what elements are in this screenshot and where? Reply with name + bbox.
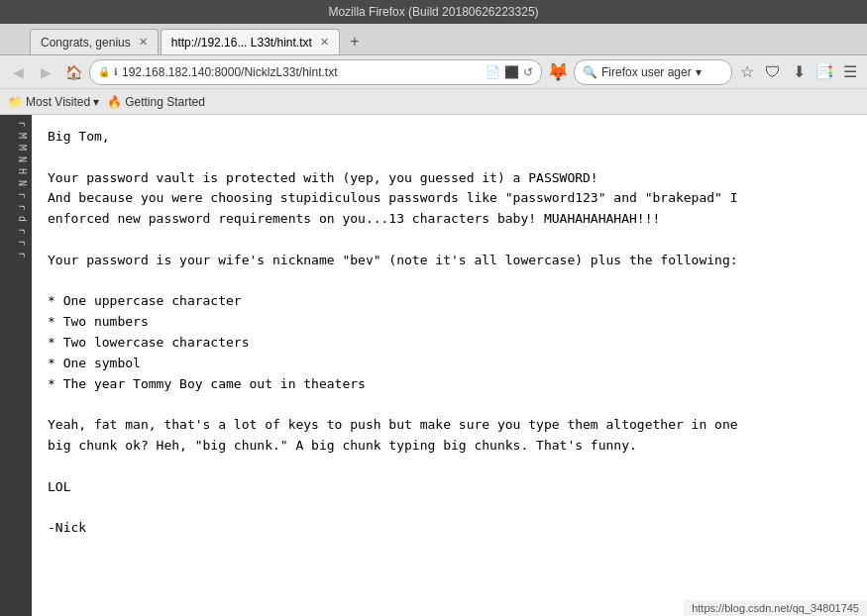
search-text: Firefox user ager xyxy=(601,65,692,79)
address-text: 192.168.182.140:8000/NicklzL33t/hint.txt xyxy=(122,65,482,79)
most-visited-dropdown[interactable]: ▾ xyxy=(93,95,99,109)
most-visited-label: Most Visited xyxy=(26,95,90,109)
tab-0[interactable]: Congrats, genius ✕ xyxy=(30,29,159,54)
tab-0-close[interactable]: ✕ xyxy=(139,36,148,49)
sidebar-item-3: N xyxy=(2,154,30,164)
bookmarks-bar: 📁 Most Visited ▾ 🔥 Getting Started xyxy=(0,89,867,115)
tab-1-label: http://192.16... L33t/hint.txt xyxy=(171,36,312,50)
most-visited-icon: 📁 xyxy=(8,95,23,109)
tab-1-close[interactable]: ✕ xyxy=(320,36,329,49)
pocket-icon[interactable]: ⬛ xyxy=(504,65,519,79)
sidebar-item-4: H xyxy=(2,166,30,176)
bookmark-getting-started[interactable]: 🔥 Getting Started xyxy=(107,95,205,109)
menu-icon[interactable]: ☰ xyxy=(839,61,861,83)
download-icon[interactable]: ⬇ xyxy=(788,61,810,83)
refresh-icon[interactable]: ↺ xyxy=(523,65,533,79)
navbar: ◀ ▶ 🏠 🔒 ℹ 192.168.182.140:8000/NicklzL33… xyxy=(0,55,867,89)
main-layout: r M M N H N r r d r r r Big Tom, Your pa… xyxy=(0,115,867,616)
toolbar-icons: ☆ 🛡 ⬇ 📑 ☰ xyxy=(736,61,861,83)
statusbar: https://blog.csdn.net/qq_34801745 xyxy=(684,600,867,616)
statusbar-text: https://blog.csdn.net/qq_34801745 xyxy=(692,602,859,614)
reader-icon[interactable]: 📄 xyxy=(486,65,500,79)
titlebar-text: Mozilla Firefox (Build 20180626223325) xyxy=(328,5,538,19)
tabbar: Congrats, genius ✕ http://192.16... L33t… xyxy=(0,24,867,55)
sidebar-item-8: d xyxy=(2,214,30,224)
content-text: Big Tom, Your password vault is protecte… xyxy=(48,127,851,539)
sidebar-item-9: r xyxy=(2,226,30,236)
forward-button[interactable]: ▶ xyxy=(34,60,57,84)
firefox-icon[interactable]: 🦊 xyxy=(546,60,570,84)
sidebar-item-10: r xyxy=(2,238,30,248)
back-button[interactable]: ◀ xyxy=(6,60,30,84)
address-extra-icons: 📄 ⬛ ↺ xyxy=(486,65,533,79)
sidebar: r M M N H N r r d r r r xyxy=(0,115,32,616)
bookmark-list-icon[interactable]: 📑 xyxy=(813,61,835,83)
star-icon[interactable]: ☆ xyxy=(736,61,758,83)
address-bar[interactable]: 🔒 ℹ 192.168.182.140:8000/NicklzL33t/hint… xyxy=(89,59,542,85)
info-icon: ℹ xyxy=(114,66,118,77)
getting-started-icon: 🔥 xyxy=(107,95,122,109)
home-button[interactable]: 🏠 xyxy=(61,60,85,84)
sidebar-item-6: r xyxy=(2,190,30,200)
bookmark-most-visited[interactable]: 📁 Most Visited ▾ xyxy=(8,95,99,109)
titlebar: Mozilla Firefox (Build 20180626223325) xyxy=(0,0,867,24)
sidebar-item-0: r xyxy=(2,119,30,129)
lock-icon: 🔒 xyxy=(98,66,110,77)
search-dropdown-icon[interactable]: ▾ xyxy=(696,65,702,79)
sidebar-item-2: M xyxy=(2,143,30,153)
content-area: Big Tom, Your password vault is protecte… xyxy=(32,115,867,616)
tab-0-label: Congrats, genius xyxy=(41,36,131,50)
search-icon: 🔍 xyxy=(583,65,597,79)
tab-1[interactable]: http://192.16... L33t/hint.txt ✕ xyxy=(161,29,340,54)
sidebar-item-7: r xyxy=(2,202,30,212)
search-bar[interactable]: 🔍 Firefox user ager ▾ xyxy=(574,59,732,85)
new-tab-button[interactable]: + xyxy=(342,29,368,54)
sidebar-item-11: r xyxy=(2,250,30,259)
shield-icon[interactable]: 🛡 xyxy=(762,61,784,83)
sidebar-item-1: M xyxy=(2,131,30,141)
sidebar-item-5: N xyxy=(2,178,30,188)
getting-started-label: Getting Started xyxy=(125,95,205,109)
